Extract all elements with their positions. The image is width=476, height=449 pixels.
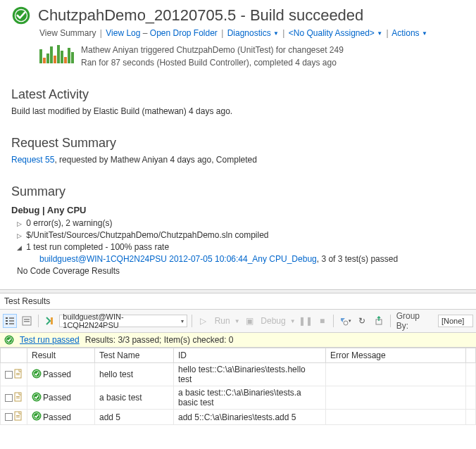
coverage-item: No Code Coverage Results [17, 266, 465, 276]
testrun-item[interactable]: ◢ 1 test run completed - 100% pass rate [17, 242, 465, 252]
svg-rect-11 [24, 321, 30, 322]
pause-button: ❚❚ [299, 314, 313, 328]
view-log-link[interactable]: View Log [106, 28, 140, 38]
view-summary-link: View Summary [39, 28, 96, 38]
result-cell: Passed [43, 393, 71, 403]
svg-rect-12 [51, 317, 53, 324]
test-results-title: Test Results [0, 293, 476, 309]
view-list-button[interactable] [20, 314, 34, 328]
svg-rect-3 [6, 317, 8, 319]
id-cell: hello test::C:\a\Binaries\tests.hello te… [174, 363, 326, 386]
request-summary-heading: Request Summary [11, 136, 465, 151]
svg-rect-19 [16, 373, 20, 374]
col-result[interactable]: Result [27, 348, 95, 363]
svg-rect-4 [6, 320, 8, 322]
run-button[interactable]: Run [213, 316, 232, 326]
request-link[interactable]: Request 55 [11, 155, 54, 165]
open-drop-link[interactable]: Open Drop Folder [150, 28, 218, 38]
filter-button[interactable]: ▾ [338, 314, 352, 328]
machine-dropdown[interactable]: buildguest@WIN-1CQH2N24PSU▾ [59, 315, 187, 327]
request-rest: , requested by Mathew Aniyan 4 days ago,… [54, 155, 257, 165]
refresh-button[interactable]: ↻ [355, 314, 369, 328]
build-title: ChutzpahDemo_20120705.5 - Build succeede… [38, 6, 363, 25]
col-testname[interactable]: Test Name [95, 348, 174, 363]
testname-cell: add 5 [95, 410, 174, 425]
svg-rect-6 [9, 317, 14, 319]
document-icon [14, 369, 23, 381]
results-toolbar: buildguest@WIN-1CQH2N24PSU▾ ▷ Run ▼ ▣ De… [0, 309, 476, 333]
row-checkbox[interactable] [5, 371, 13, 379]
col-id[interactable]: ID [174, 348, 326, 363]
results-grid: Result Test Name ID Error Message Passed… [0, 348, 476, 425]
trigger-info: Mathew Aniyan triggered ChutzpahDemo (Un… [81, 44, 344, 56]
testname-cell: a basic test [95, 386, 174, 410]
document-icon [14, 392, 23, 404]
svg-rect-26 [16, 398, 20, 398]
errors-item[interactable]: ▷ 0 error(s), 2 warning(s) [17, 218, 465, 228]
run-marker-icon [43, 314, 57, 328]
export-button[interactable] [372, 314, 386, 328]
group-by-label: Group By: [395, 311, 435, 331]
view-tree-button[interactable] [3, 314, 17, 328]
actions-menu[interactable]: Actions ▼ [392, 28, 427, 38]
latest-activity-heading: Latest Activity [11, 87, 465, 102]
error-cell [326, 410, 466, 425]
compiled-item[interactable]: ▷ $/UnitTest/Sources/ChutzpahDemo/Chutzp… [17, 230, 465, 240]
svg-rect-8 [9, 323, 14, 324]
pass-icon [32, 392, 42, 404]
stop-button: ■ [315, 314, 330, 328]
svg-rect-31 [16, 415, 20, 416]
pass-icon [32, 369, 42, 381]
error-cell [326, 386, 466, 410]
test-results-link[interactable]: buildguest@WIN-1CQH2N24PSU 2012-07-05 10… [39, 254, 317, 264]
col-error[interactable]: Error Message [326, 348, 466, 363]
svg-rect-7 [9, 320, 14, 322]
config-label: Debug | Any CPU [11, 205, 465, 215]
table-row[interactable]: Passedadd 5add 5::C:\a\Binaries\tests.ad… [1, 410, 476, 425]
error-cell [326, 363, 466, 386]
svg-rect-20 [16, 374, 20, 375]
row-checkbox[interactable] [5, 413, 13, 421]
diagnostics-menu[interactable]: Diagnostics ▼ [227, 28, 279, 38]
run-play-icon: ▷ [196, 314, 211, 328]
build-sparkline [39, 44, 74, 63]
document-icon [14, 411, 23, 423]
status-pass-icon [4, 335, 14, 345]
summary-heading: Summary [11, 184, 465, 199]
status-text: Results: 3/3 passed; Item(s) checked: 0 [85, 335, 234, 345]
latest-activity-text: Build last modified by Elastic Build (ma… [11, 106, 465, 116]
debug-button[interactable]: Debug [259, 316, 287, 326]
debug-icon: ▣ [243, 314, 257, 328]
row-checkbox[interactable] [5, 394, 13, 402]
svg-rect-25 [16, 396, 20, 397]
pass-icon [32, 411, 42, 423]
svg-rect-5 [6, 323, 8, 324]
quality-menu[interactable]: <No Quality Assigned> ▼ [289, 28, 382, 38]
group-by-dropdown[interactable]: [None] [438, 315, 473, 327]
success-icon [11, 6, 31, 25]
test-run-passed-link[interactable]: Test run passed [20, 335, 80, 345]
id-cell: add 5::C:\a\Binaries\tests.add 5 [174, 410, 326, 425]
table-row[interactable]: Passeda basic testa basic test::C:\a\Bin… [1, 386, 476, 410]
result-cell: Passed [43, 369, 71, 379]
duration-info: Ran for 87 seconds (Hosted Build Control… [81, 56, 344, 69]
svg-point-13 [344, 321, 348, 325]
status-bar: Test run passed Results: 3/3 passed; Ite… [0, 333, 476, 348]
svg-rect-32 [16, 417, 20, 417]
result-cell: Passed [43, 412, 71, 422]
id-cell: a basic test::C:\a\Binaries\tests.a basi… [174, 386, 326, 410]
table-row[interactable]: Passedhello testhello test::C:\a\Binarie… [1, 363, 476, 386]
svg-rect-10 [24, 319, 30, 320]
testname-cell: hello test [95, 363, 174, 386]
test-results-rest: , 3 of 3 test(s) passed [317, 254, 398, 264]
build-toolbar: View Summary | View Log – Open Drop Fold… [39, 28, 465, 38]
